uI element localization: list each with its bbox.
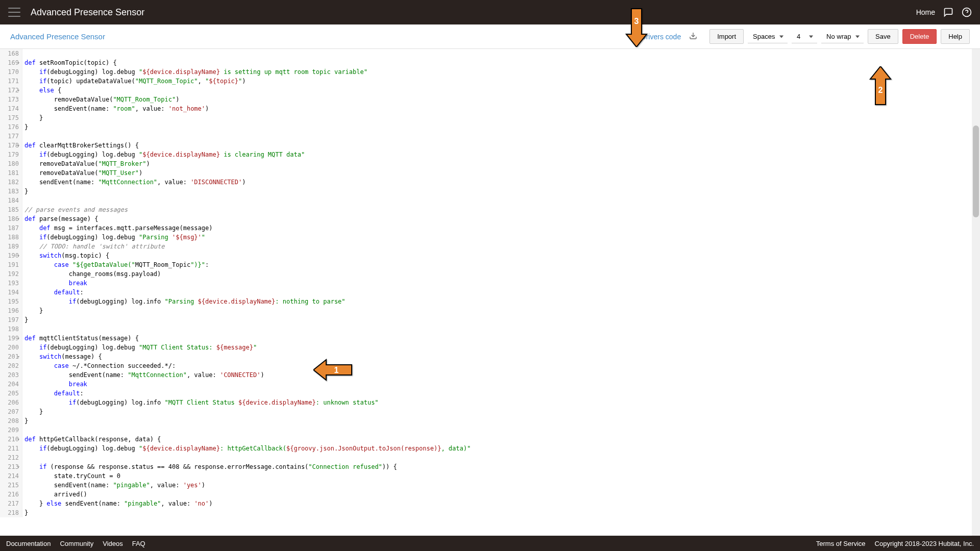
editor-toolbar: Advanced Presence Sensor « Drivers code …: [0, 24, 980, 49]
hamburger-menu-icon[interactable]: [8, 8, 20, 17]
footer-copyright: Copyright 2018-2023 Hubitat, Inc.: [875, 540, 974, 547]
app-footer: Documentation Community Videos FAQ Terms…: [0, 536, 980, 551]
breadcrumb[interactable]: Advanced Presence Sensor: [10, 32, 105, 41]
import-button[interactable]: Import: [709, 29, 744, 44]
help-button[interactable]: Help: [941, 29, 970, 44]
help-icon[interactable]: [962, 7, 972, 17]
indent-size-select[interactable]: 4: [792, 30, 817, 43]
footer-terms[interactable]: Terms of Service: [816, 540, 866, 547]
page-title: Advanced Presence Sensor: [31, 7, 916, 18]
indent-type-select[interactable]: Spaces: [748, 30, 788, 43]
drivers-code-link[interactable]: « Drivers code: [635, 33, 681, 41]
app-header: Advanced Presence Sensor Home: [0, 0, 980, 24]
chat-icon[interactable]: [943, 7, 953, 17]
footer-community-link[interactable]: Community: [60, 540, 93, 547]
save-button[interactable]: Save: [868, 29, 898, 44]
line-gutter: 1681691701711721731741751761771781791801…: [0, 49, 22, 517]
footer-documentation-link[interactable]: Documentation: [6, 540, 51, 547]
download-icon[interactable]: [689, 32, 697, 41]
footer-videos-link[interactable]: Videos: [103, 540, 123, 547]
code-editor[interactable]: 1681691701711721731741751761771781791801…: [0, 49, 980, 536]
home-link[interactable]: Home: [916, 8, 935, 16]
scrollbar-thumb[interactable]: [973, 126, 979, 217]
vertical-scrollbar[interactable]: [972, 49, 980, 536]
code-content[interactable]: def setRoomTopic(topic) { if(debugLoggin…: [24, 49, 980, 517]
wrap-select[interactable]: No wrap: [821, 30, 864, 43]
footer-faq-link[interactable]: FAQ: [132, 540, 145, 547]
delete-button[interactable]: Delete: [902, 29, 937, 44]
